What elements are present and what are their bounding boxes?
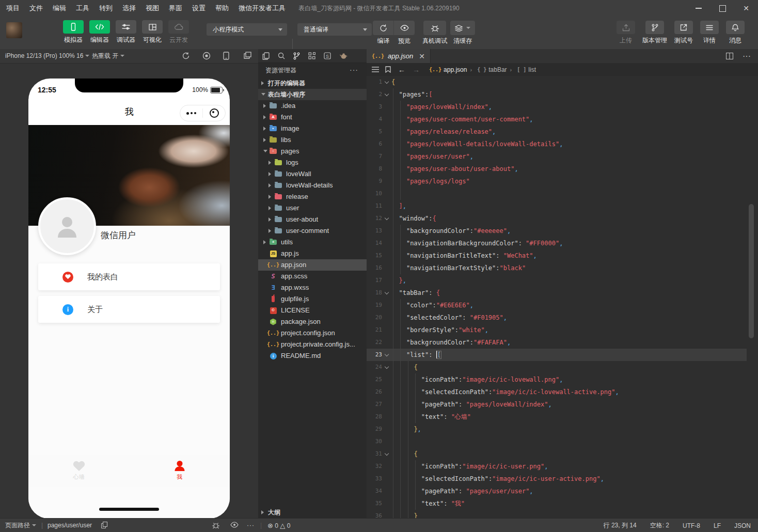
menu-item-6[interactable]: 选择 (122, 4, 136, 13)
tree-item-README.md[interactable]: iREADME.md (258, 350, 367, 362)
open-editors-section[interactable]: 打开的编辑器 (258, 77, 367, 89)
menu-item-1[interactable]: 项目 (6, 4, 20, 13)
hot-reload-toggle[interactable]: 热重载 开 (92, 49, 124, 63)
tree-item-app.js[interactable]: JSapp.js (258, 248, 367, 259)
tree-item-app.scss[interactable]: Sapp.scss (258, 271, 367, 282)
storage-icon[interactable]: S (324, 52, 331, 59)
tab-close-icon[interactable]: ✕ (419, 52, 425, 60)
tree-item-loveWall-details[interactable]: loveWall-details (258, 180, 367, 191)
home-indicator[interactable] (99, 508, 159, 511)
split-editor-icon[interactable] (726, 53, 733, 59)
forward-arrow-icon[interactable]: → (413, 66, 420, 74)
code-line-5[interactable]: 5"pages/release/release", (367, 126, 747, 138)
code-line-31[interactable]: 31{ (367, 448, 747, 460)
more-actions-icon[interactable]: ··· (350, 63, 358, 76)
code-line-4[interactable]: 4"pages/user-comment/user-comment", (367, 113, 747, 126)
tree-item-libs[interactable]: libs (258, 134, 367, 146)
code-line-23[interactable]: 23"list": [ (367, 349, 747, 361)
code-line-28[interactable]: 28"text": "心墙" (367, 411, 747, 423)
mode-select[interactable]: 小程序模式 (207, 23, 287, 36)
code-line-18[interactable]: 18"tabBar": { (367, 287, 747, 299)
code-line-25[interactable]: 25"iconPath":"image/ic/ic-lovewall.png", (367, 373, 747, 386)
code-line-10[interactable]: 10 (367, 187, 747, 200)
code-line-17[interactable]: 17}, (367, 274, 747, 287)
indentation-setting[interactable]: 空格: 2 (650, 521, 669, 530)
code-line-36[interactable]: 36} (367, 510, 747, 518)
compile-button[interactable]: 编译 (373, 21, 394, 45)
user-avatar-circle[interactable] (38, 197, 96, 255)
mode-button-layout[interactable]: 可视化 (141, 20, 164, 44)
tree-item-loveWall[interactable]: loveWall (258, 168, 367, 180)
close-button[interactable]: ✕ (734, 0, 758, 17)
tree-item-release[interactable]: release (258, 191, 367, 202)
code-line-12[interactable]: 12"window":{ (367, 212, 747, 225)
cursor-position[interactable]: 行 23, 列 14 (604, 521, 637, 530)
current-page-path[interactable]: pages/user/user (48, 519, 92, 532)
maximize-button[interactable] (710, 0, 734, 17)
tree-item-gulpfile.js[interactable]: gulpfile.js (258, 293, 367, 305)
encoding-setting[interactable]: UTF-8 (683, 522, 700, 529)
code-line-33[interactable]: 33"selectedIconPath":"image/ic/ic-user-a… (367, 473, 747, 485)
tree-item-.idea[interactable]: .idea (258, 100, 367, 112)
search-icon[interactable] (278, 52, 285, 59)
code-line-14[interactable]: 14"navigationBarBackgroundColor": "#FF00… (367, 237, 747, 249)
clear-cache-button[interactable]: 清缓存 (450, 21, 475, 45)
tree-item-project.private.config.js...[interactable]: {..}project.private.config.js... (258, 339, 367, 350)
menu-item-11[interactable]: 微信开发者工具 (239, 4, 286, 13)
scrollbar-thumb[interactable] (749, 204, 754, 338)
compile-select[interactable]: 普通编译 (297, 23, 372, 36)
code-line-24[interactable]: 24{ (367, 361, 747, 373)
tree-item-logs[interactable]: logs (258, 157, 367, 168)
about-item[interactable]: i 关于 (38, 296, 220, 323)
minimize-button[interactable] (687, 0, 710, 17)
close-miniprogram-icon[interactable] (203, 108, 225, 118)
code-line-35[interactable]: 35"text": "我" (367, 497, 747, 510)
tree-item-user-comment[interactable]: user-comment (258, 225, 367, 237)
code-line-1[interactable]: 1{ (367, 76, 747, 88)
breadcrumb-tabbar[interactable]: tabBar (488, 66, 507, 73)
code-line-6[interactable]: 6"pages/loveWall-details/loveWall-detail… (367, 138, 747, 150)
code-line-16[interactable]: 16"navigationBarTextStyle":"black" (367, 262, 747, 274)
editor-more-icon[interactable]: ··· (743, 52, 751, 61)
tab-app-json[interactable]: {..} app.json ✕ (367, 49, 431, 63)
code-line-8[interactable]: 8"pages/user-about/user-about", (367, 163, 747, 175)
mode-button-phone[interactable]: 模拟器 (62, 20, 85, 44)
statusbar-more-icon[interactable]: ··· (247, 519, 255, 532)
fold-chevron-icon[interactable] (385, 216, 389, 220)
details-button[interactable]: 详情 (700, 21, 719, 45)
upload-button[interactable]: 上传 (617, 21, 635, 45)
fold-chevron-icon[interactable] (385, 92, 389, 96)
tree-item-package.json[interactable]: npackage.json (258, 316, 367, 327)
mode-button-code[interactable]: 编辑器 (88, 20, 111, 44)
tree-item-user-about[interactable]: user-about (258, 214, 367, 225)
outline-list-icon[interactable] (372, 67, 379, 72)
fold-chevron-icon[interactable] (385, 80, 389, 84)
menu-item-10[interactable]: 帮助 (215, 4, 229, 13)
files-icon[interactable] (262, 52, 270, 60)
menu-item-3[interactable]: 编辑 (53, 4, 66, 13)
more-menu-icon[interactable] (180, 112, 202, 115)
page-path-select[interactable]: 页面路径 (5, 519, 36, 532)
problems-indicator[interactable]: ⊗ 0 △ 0 (267, 519, 290, 532)
code-line-11[interactable]: 11], (367, 200, 747, 212)
menu-item-4[interactable]: 工具 (76, 4, 89, 13)
mode-button-cloud[interactable]: 云开发 (167, 20, 190, 44)
tree-item-project.config.json[interactable]: {..}project.config.json (258, 327, 367, 339)
code-line-9[interactable]: 9"pages/logs/logs" (367, 175, 747, 187)
fold-chevron-icon[interactable] (385, 365, 389, 369)
menu-item-5[interactable]: 转到 (99, 4, 113, 13)
tab-me[interactable]: 我 (129, 455, 230, 487)
code-area[interactable]: 1{2"pages":[3"pages/loveWall/index",4"pa… (367, 76, 747, 518)
test-account-button[interactable]: 测试号 (674, 21, 693, 45)
mock-teapot-icon[interactable] (339, 53, 348, 59)
outline-section[interactable]: 大纲 (258, 507, 367, 518)
tree-item-LICENSE[interactable]: ©LICENSE (258, 305, 367, 316)
statusbar-bug-icon[interactable] (212, 521, 220, 529)
multi-window-icon[interactable] (244, 52, 251, 59)
device-frame-icon[interactable] (223, 52, 229, 60)
code-line-7[interactable]: 7"pages/user/user", (367, 150, 747, 163)
device-select[interactable]: iPhone 12/13 (Pro) 100% 16 (5, 49, 89, 63)
user-avatar[interactable] (6, 22, 22, 38)
menu-item-9[interactable]: 设置 (192, 4, 206, 13)
project-root-section[interactable]: 表白墙小程序 (258, 89, 367, 100)
